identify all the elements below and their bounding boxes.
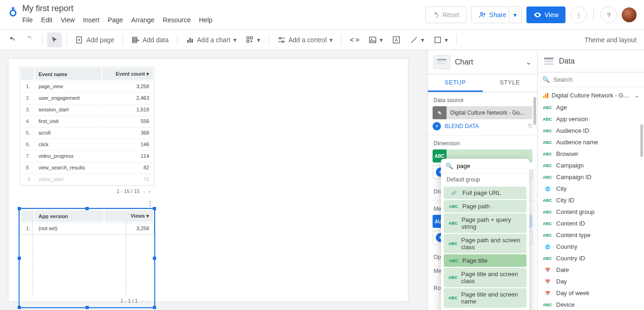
more-options-button[interactable]: ⋮ (570, 6, 587, 23)
report-canvas[interactable]: Event name Event count ▾ 1.page_view3,25… (8, 58, 408, 302)
theme-layout-button[interactable]: Theme and layout (581, 32, 640, 47)
field-item[interactable]: ABCBrowser (538, 148, 644, 160)
field-item[interactable]: ABCApp version (538, 113, 644, 125)
link-icon: 🔗 (448, 191, 459, 195)
pager-prev-icon[interactable]: ‹ (142, 298, 144, 304)
search-icon: 🔍 (542, 76, 550, 83)
abc-badge-icon: ABC (542, 163, 552, 168)
menu-page[interactable]: Page (108, 16, 123, 24)
field-option[interactable]: ABCPage title and screen class (444, 268, 526, 287)
menu-view[interactable]: View (61, 16, 75, 24)
table-chart-type-icon[interactable] (434, 55, 450, 69)
svg-rect-12 (250, 37, 252, 39)
add-page-button[interactable]: Add page (72, 32, 118, 47)
field-item[interactable]: 📅Day (538, 276, 644, 287)
redo-button[interactable] (21, 32, 37, 47)
field-item[interactable]: ABCContent type (538, 229, 644, 241)
field-item[interactable]: ABCContent group (538, 206, 644, 218)
field-item[interactable]: ABCCampaign ID (538, 171, 644, 183)
field-search-input[interactable] (457, 162, 535, 169)
data-scrollbar[interactable] (640, 124, 643, 157)
pager-next-icon[interactable]: › (149, 188, 151, 194)
table-row[interactable]: 1.page_view3,258 (21, 81, 153, 91)
field-option[interactable]: ABCPage path and screen class (444, 234, 526, 253)
undo-button[interactable] (4, 32, 20, 47)
col-views: Views ▾ (105, 210, 153, 222)
share-dropdown-button[interactable]: ▾ (509, 6, 522, 23)
field-item[interactable]: ABCAudience ID (538, 125, 644, 136)
menu-arrange[interactable]: Arrange (131, 16, 155, 24)
field-item[interactable]: ABCAge (538, 102, 644, 113)
data-search-input[interactable] (553, 76, 639, 83)
tab-style[interactable]: STYLE (483, 74, 538, 92)
svg-point-16 (371, 39, 373, 40)
text-button[interactable]: A (388, 32, 404, 47)
field-option[interactable]: ABCPage path (444, 200, 526, 213)
pager-next-icon[interactable]: › (147, 298, 149, 304)
table-row[interactable]: 2.user_engagement2,463 (21, 92, 153, 103)
field-option[interactable]: ABCPage title and screen name (444, 288, 526, 308)
share-button[interactable]: Share (471, 6, 513, 23)
app-version-table-chart[interactable]: App version Views ▾ 1.(not set)3,258 1 -… (20, 209, 154, 307)
field-option[interactable]: 🔗Full page URL (444, 187, 526, 199)
document-title[interactable]: My first report (22, 4, 212, 13)
collapse-icon[interactable]: ⌄ (634, 92, 639, 99)
add-chart-button[interactable]: Add a chart ▾ (182, 32, 240, 47)
table-row[interactable]: 3.session_start1,518 (21, 104, 153, 115)
field-item[interactable]: 📅Date (538, 264, 644, 276)
datasource-header[interactable]: Digital Culture Network - Google A... ⌄ (538, 87, 644, 102)
field-item[interactable]: ABCCountry ID (538, 252, 644, 264)
abc-badge-icon: ABC (542, 105, 552, 110)
community-viz-button[interactable]: ▾ (242, 32, 264, 47)
table-row[interactable]: 5.scroll368 (21, 127, 153, 138)
menu-edit[interactable]: Edit (41, 16, 53, 24)
user-avatar[interactable] (622, 7, 637, 22)
menu-resource[interactable]: Resource (163, 16, 191, 24)
table-row[interactable]: 1.(not set)3,258 (21, 223, 153, 233)
field-item[interactable]: 🌐Country (538, 241, 644, 252)
chart-more-icon[interactable]: ⋮ (147, 200, 153, 207)
canvas-area[interactable]: Event name Event count ▾ 1.page_view3,25… (0, 50, 427, 310)
field-item[interactable]: ABCAudience name (538, 136, 644, 148)
reset-button[interactable]: Reset (425, 6, 467, 23)
menu-insert[interactable]: Insert (83, 16, 99, 24)
field-item[interactable]: ABCContent ID (538, 218, 644, 229)
field-item[interactable]: 🌐City (538, 183, 644, 194)
abc-badge-icon: ABC (448, 204, 459, 209)
panel-title: Chart (455, 58, 521, 66)
panel-scrollbar[interactable] (533, 97, 536, 125)
field-option[interactable]: ABCPage path + query string (444, 213, 526, 233)
menu-file[interactable]: File (22, 16, 33, 24)
info-icon[interactable]: ?⃝ (527, 123, 532, 129)
field-group-label: Default group (441, 174, 529, 186)
help-button[interactable]: ? (600, 6, 617, 23)
field-item[interactable]: ABCCity ID (538, 194, 644, 206)
table-row[interactable]: 8.view_search_results82 (21, 162, 153, 173)
event-table-chart[interactable]: Event name Event count ▾ 1.page_view3,25… (20, 67, 154, 197)
line-button[interactable]: ▾ (406, 32, 428, 47)
field-option[interactable]: ABCPage title (444, 254, 526, 267)
pager-prev-icon[interactable]: ‹ (144, 188, 145, 194)
table-row[interactable]: 4.first_visit556 (21, 116, 153, 126)
table-row[interactable]: 9video_start70 (21, 174, 153, 184)
abc-badge-icon: ABC (542, 117, 552, 122)
image-button[interactable]: ▾ (365, 32, 387, 47)
table-row[interactable]: 7.video_progress114 (21, 150, 153, 161)
data-source-chip[interactable]: ✎ Digital Culture Network - Go... (433, 106, 532, 119)
svg-rect-7 (187, 40, 189, 43)
select-tool-button[interactable] (47, 32, 62, 47)
tab-setup[interactable]: SETUP (428, 74, 483, 92)
blend-data-button[interactable]: + BLEND DATA ?⃝ (433, 122, 532, 130)
url-embed-button[interactable]: < > (346, 32, 363, 47)
field-item[interactable]: ABCCampaign (538, 160, 644, 171)
chevron-down-icon[interactable]: ⌄ (526, 58, 532, 66)
add-control-button[interactable]: Add a control ▾ (274, 32, 337, 47)
field-item[interactable]: 📅Day of week (538, 287, 644, 299)
app-header: My first report File Edit View Insert Pa… (0, 0, 644, 30)
table-row[interactable]: 6.click146 (21, 139, 153, 149)
add-data-button[interactable]: Add data (128, 32, 172, 47)
field-item[interactable]: ABCDevice (538, 299, 644, 310)
menu-help[interactable]: Help (199, 16, 212, 24)
shape-button[interactable]: ▾ (430, 32, 452, 47)
view-button[interactable]: View (526, 6, 565, 23)
